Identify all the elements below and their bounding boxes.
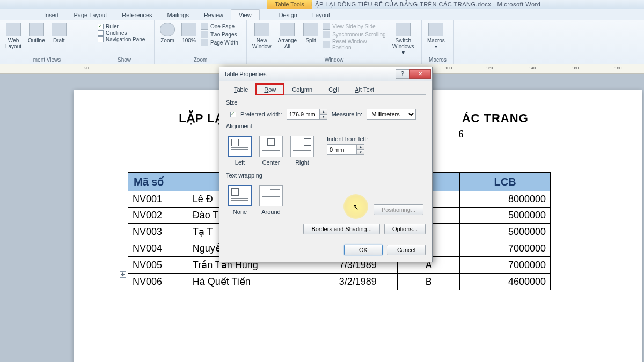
tab-insert[interactable]: Insert <box>36 10 67 20</box>
preferred-width-input[interactable]: ▲▼ <box>287 109 327 120</box>
sync-icon <box>323 31 330 38</box>
wrap-around[interactable]: Around <box>259 185 283 215</box>
tab-references[interactable]: References <box>114 10 159 20</box>
macros-group-label: Macros <box>425 57 450 64</box>
nav-pane-checkbox[interactable]: Navigation Pane <box>98 36 151 42</box>
align-right[interactable]: Right <box>290 136 314 166</box>
table-row: NV006Hà Quết Tiến3/2/1989B4600000 <box>128 274 551 290</box>
zoom-group-label: Zoom <box>158 57 243 64</box>
preferred-width-label: Preferred width: <box>240 111 282 117</box>
align-left[interactable]: Left <box>228 136 252 166</box>
split-button[interactable]: Split <box>301 21 320 45</box>
tab-page-layout[interactable]: Page Layout <box>67 10 115 20</box>
preferred-width-checkbox[interactable] <box>230 112 236 117</box>
table-move-handle[interactable]: ✥ <box>120 271 126 278</box>
dialog-title-text: Table Properties <box>224 71 267 77</box>
borders-shading-button[interactable]: Borders and Shading... <box>303 224 380 234</box>
close-button[interactable]: ✕ <box>409 69 431 79</box>
dlg-tab-column[interactable]: Column <box>284 84 320 95</box>
gridlines-checkbox[interactable]: Gridlines <box>98 30 151 36</box>
measure-in-select[interactable]: Millimeters <box>367 109 416 120</box>
dialog-titlebar[interactable]: Table Properties ? ✕ <box>219 67 432 81</box>
zoom-icon <box>160 23 175 36</box>
split-icon <box>303 23 318 36</box>
tab-view[interactable]: View <box>231 9 260 20</box>
header-id: Mã số <box>128 173 188 191</box>
title-bar: Table Tools LẶP LẠI DÒNG TIÊU ĐỀ CỦA BẢN… <box>0 0 644 9</box>
views-group-label: ment Views <box>3 57 91 64</box>
web-layout-icon <box>6 23 21 36</box>
size-label: Size <box>226 99 426 106</box>
outline-icon <box>29 23 44 36</box>
macros-button[interactable]: Macros ▾ <box>425 21 447 50</box>
document-title: LẶP LẠI DÒNG TIÊU ĐỀ CỦA BẢNG TRÊN CÁC T… <box>311 1 540 8</box>
wrap-label: Text wrapping <box>226 172 426 179</box>
outline-button[interactable]: Outline <box>26 21 47 45</box>
dlg-tab-table[interactable]: Table <box>226 84 256 95</box>
cancel-button[interactable]: Cancel <box>387 245 426 255</box>
ribbon-tabs: Insert Page Layout References Mailings R… <box>0 9 644 20</box>
zoom-button[interactable]: Zoom <box>158 21 177 45</box>
dialog-tabs: Table Row Column Cell Alt Text <box>226 83 426 95</box>
wrap-none[interactable]: None <box>228 185 252 215</box>
show-group-label: Show <box>98 57 151 64</box>
page-width-icon <box>201 39 208 46</box>
reset-icon <box>323 41 330 48</box>
zoom-100-button[interactable]: 100% <box>179 21 199 45</box>
spin-down-icon[interactable]: ▼ <box>320 114 327 120</box>
tab-layout[interactable]: Layout <box>305 10 338 20</box>
tab-mailings[interactable]: Mailings <box>160 10 196 20</box>
align-center[interactable]: Center <box>259 136 283 166</box>
header-lcb: LCB <box>460 173 551 191</box>
arrange-all-button[interactable]: Arrange All <box>276 21 299 50</box>
page-width-button[interactable]: Page Width <box>201 39 238 46</box>
indent-label: Indent from left: <box>327 136 368 142</box>
dlg-tab-row[interactable]: Row <box>256 84 284 95</box>
two-pages-icon <box>201 31 208 38</box>
contextual-tab-label: Table Tools <box>267 0 312 9</box>
alignment-label: Alignment <box>226 123 426 129</box>
ok-button[interactable]: OK <box>344 245 383 255</box>
options-button[interactable]: Options... <box>384 224 426 234</box>
cursor-icon: ↖ <box>353 203 359 211</box>
ruler-checkbox[interactable]: Ruler <box>98 24 151 29</box>
two-pages-button[interactable]: Two Pages <box>201 31 238 38</box>
window-group-label: Window <box>250 57 418 64</box>
reset-window-button[interactable]: Reset Window Position <box>323 39 386 50</box>
sync-scroll-button[interactable]: Synchronous Scrolling <box>323 31 386 38</box>
table-properties-dialog: Table Properties ? ✕ Table Row Column Ce… <box>219 67 433 262</box>
macros-icon <box>428 23 443 36</box>
new-window-icon <box>254 23 269 36</box>
help-button[interactable]: ? <box>396 69 409 79</box>
arrange-icon <box>280 23 295 36</box>
positioning-button[interactable]: Positioning... <box>374 204 423 215</box>
indent-input[interactable]: ▲▼ <box>327 144 368 155</box>
tab-design[interactable]: Design <box>272 10 305 20</box>
side-by-side-button[interactable]: View Side by Side <box>323 23 386 30</box>
one-page-button[interactable]: One Page <box>201 23 238 30</box>
side-icon <box>323 23 330 30</box>
dlg-tab-cell[interactable]: Cell <box>320 84 347 95</box>
one-page-icon <box>201 23 208 30</box>
spin-up-icon[interactable]: ▲ <box>320 109 327 114</box>
switch-windows-button[interactable]: Switch Windows ▾ <box>389 21 418 56</box>
dlg-tab-alt-text[interactable]: Alt Text <box>347 84 382 95</box>
measure-in-label: Measure in: <box>332 111 362 117</box>
draft-button[interactable]: Draft <box>49 21 69 45</box>
tab-review[interactable]: Review <box>196 10 231 20</box>
new-window-button[interactable]: New Window <box>250 21 274 50</box>
draft-icon <box>52 23 67 36</box>
hundred-icon <box>181 23 196 36</box>
web-layout-button[interactable]: Web Layout <box>3 21 24 50</box>
ribbon: Web Layout Outline Draft ment Views Rule… <box>0 20 644 64</box>
switch-icon <box>396 23 411 36</box>
